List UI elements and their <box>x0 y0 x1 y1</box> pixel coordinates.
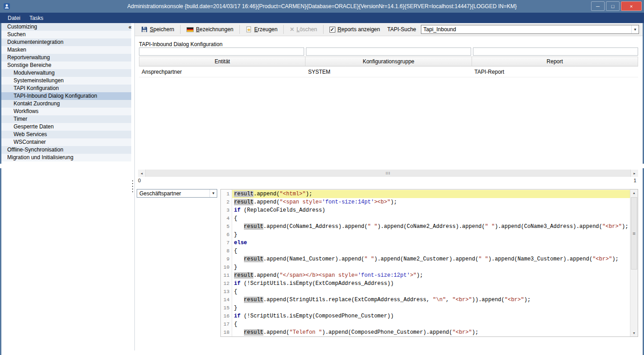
horizontal-scrollbar[interactable]: ◄ III ► <box>138 170 638 177</box>
delete-icon: ✕ <box>290 27 294 32</box>
code-line[interactable]: { <box>232 214 630 222</box>
line-number: 1 <box>221 190 232 198</box>
sidebar-item-gesperrte-daten[interactable]: Gesperrte Daten <box>1 123 131 131</box>
code-line[interactable]: { <box>232 247 630 255</box>
column-header[interactable]: Entität <box>139 57 305 66</box>
line-number: 8 <box>221 247 232 255</box>
loeschen-button[interactable]: ✕ Löschen <box>288 25 319 33</box>
sidebar-item-tapi-konfiguration[interactable]: TAPI Konfiguration <box>1 85 131 92</box>
sidebar-item-reportverwaltung[interactable]: Reportverwaltung <box>1 54 131 62</box>
scroll-up-arrow-icon[interactable]: ▲ <box>630 189 638 196</box>
table-cell: TAPI-Report <box>472 66 638 77</box>
row-count-left: 0 <box>138 178 141 185</box>
menu-bar: Datei Tasks <box>0 13 644 23</box>
code-editor[interactable]: 123456789101112131415161718 result.appen… <box>220 189 638 337</box>
erzeugen-button[interactable]: Erzeugen <box>244 25 279 33</box>
erzeugen-button-label: Erzeugen <box>254 26 277 33</box>
checkbox-checked-icon: ✓ <box>329 27 335 33</box>
reports-anzeigen-checkbox[interactable]: ✓ Reports anzeigen <box>328 25 382 33</box>
line-number: 7 <box>221 239 232 247</box>
code-line[interactable]: { <box>232 288 630 296</box>
line-number: 15 <box>221 304 232 312</box>
code-line[interactable]: result.append(CoName1_Address).append(" … <box>232 222 630 231</box>
sidebar-tree: CustomizingSuchenDokumentenintegrationMa… <box>1 23 131 350</box>
menu-item-datei[interactable]: Datei <box>4 14 24 23</box>
table-cell: SYSTEM <box>305 66 472 77</box>
code-line[interactable]: if (!ScriptUtils.isEmpty(ComposedPhone_C… <box>232 312 630 320</box>
window-title: Administrationskonsole {build.date=2014/… <box>127 3 516 9</box>
code-line[interactable]: result.append(StringUtils.replace(ExtCom… <box>232 296 630 304</box>
line-number: 12 <box>221 279 232 288</box>
line-number: 14 <box>221 296 232 304</box>
flag-icon <box>186 27 194 32</box>
entity-combobox[interactable]: Geschäftspartner ▼ <box>137 189 217 198</box>
code-line[interactable]: else <box>232 239 630 247</box>
panel-title: TAPI-Inbound Dialog Konfiguration <box>139 41 223 47</box>
scroll-right-arrow-icon[interactable]: ► <box>631 170 638 177</box>
table-header-row: EntitätKonfigurationsgruppeReport <box>139 57 638 66</box>
code-line[interactable]: { <box>232 320 630 328</box>
entity-combobox-value: Geschäftspartner <box>137 190 210 197</box>
save-button[interactable]: Speichern <box>139 25 176 33</box>
table-row[interactable]: AnsprechpartnerSYSTEMTAPI-Report <box>139 66 638 77</box>
reports-anzeigen-label: Reports anzeigen <box>338 26 380 33</box>
code-line[interactable]: } <box>232 263 630 271</box>
vertical-scrollbar[interactable]: ▲ ≡ ▼ <box>630 189 638 336</box>
line-number: 16 <box>221 312 232 320</box>
sidebar-item-timer[interactable]: Timer <box>1 115 131 123</box>
toolbar-separator <box>239 25 240 34</box>
table-cell: Ansprechpartner <box>139 66 305 77</box>
toolbar-separator <box>283 25 284 34</box>
code-line[interactable]: result.append("Telefon ").append(Compose… <box>232 328 630 336</box>
filter-input-2[interactable] <box>473 47 638 56</box>
horizontal-scroll-thumb[interactable]: III <box>145 170 631 177</box>
sidebar-item-kontakt-zuordnung[interactable]: Kontakt Zuordnung <box>1 100 131 108</box>
scroll-down-arrow-icon[interactable]: ▼ <box>630 330 638 336</box>
sidebar-item-tapi-inbound-dialog-konfiguration[interactable]: TAPI-Inbound Dialog Konfiguration <box>1 92 131 100</box>
maximize-button[interactable]: □ <box>606 1 620 11</box>
sidebar-item-migration-und-initialisierung[interactable]: Migration und Initialisierung <box>1 154 131 161</box>
chevron-down-icon[interactable]: ▼ <box>631 25 639 33</box>
code-line[interactable]: result.append("</span></b><span style='f… <box>232 271 630 279</box>
window-controls: ─ □ × <box>591 1 642 11</box>
filter-input-0[interactable] <box>139 47 304 56</box>
close-button[interactable]: × <box>621 1 642 11</box>
sidebar-item-masken[interactable]: Masken <box>1 46 131 54</box>
line-number: 3 <box>221 206 232 214</box>
save-icon <box>141 26 148 33</box>
vertical-scroll-thumb[interactable]: ≡ <box>631 197 637 270</box>
line-number: 2 <box>221 198 232 206</box>
chevron-down-icon[interactable]: ▼ <box>210 189 217 197</box>
tapi-suche-combobox[interactable]: Tapi_Inbound ▼ <box>421 25 639 34</box>
code-area[interactable]: result.append("<html>");result.append("<… <box>232 189 630 336</box>
code-line[interactable]: if (!ScriptUtils.isEmpty(ExtCompAddress_… <box>232 279 630 288</box>
main-panel: Speichern Bezeichnungen Erzeugen ✕ Lösch… <box>135 23 643 350</box>
code-line[interactable]: result.append("<html>"); <box>232 190 630 198</box>
sidebar-item-sonstige-bereiche[interactable]: Sonstige Bereiche <box>1 62 131 69</box>
sidebar-item-web-services[interactable]: Web Services <box>1 131 131 138</box>
sidebar-item-dokumentenintegration[interactable]: Dokumentenintegration <box>1 38 131 46</box>
sidebar-item-suchen[interactable]: Suchen <box>1 31 131 38</box>
bezeichnungen-button[interactable]: Bezeichnungen <box>185 25 235 33</box>
collapse-sidebar-icon[interactable]: « <box>129 24 132 30</box>
sidebar-item-modulverwaltung[interactable]: Modulverwaltung <box>1 69 131 77</box>
sidebar-item-customizing[interactable]: Customizing <box>1 23 131 31</box>
sidebar-item-offline-synchronisation[interactable]: Offline-Synchronisation <box>1 146 131 154</box>
record-counts: 0 1 <box>138 178 636 185</box>
menu-item-tasks[interactable]: Tasks <box>25 14 48 23</box>
code-line[interactable]: result.append("<span style='font-size:14… <box>232 198 630 206</box>
column-header[interactable]: Report <box>472 57 638 66</box>
sidebar-item-systemeinstellungen[interactable]: Systemeinstellungen <box>1 77 131 85</box>
scroll-left-arrow-icon[interactable]: ◄ <box>138 170 145 177</box>
code-line[interactable]: } <box>232 304 630 312</box>
code-line[interactable]: if (ReplaceCoFields_Address) <box>232 206 630 214</box>
column-header[interactable]: Konfigurationsgruppe <box>305 57 472 66</box>
code-line[interactable]: } <box>232 231 630 239</box>
filter-input-1[interactable] <box>306 47 471 56</box>
minimize-button[interactable]: ─ <box>591 1 605 11</box>
sidebar-item-workflows[interactable]: Workflows <box>1 108 131 115</box>
sidebar-item-wscontainer[interactable]: WSContainer <box>1 138 131 146</box>
splitter-handle[interactable] <box>132 180 134 192</box>
code-line[interactable]: result.append(Name1_Customer).append(" "… <box>232 255 630 263</box>
loeschen-button-label: Löschen <box>296 26 317 33</box>
